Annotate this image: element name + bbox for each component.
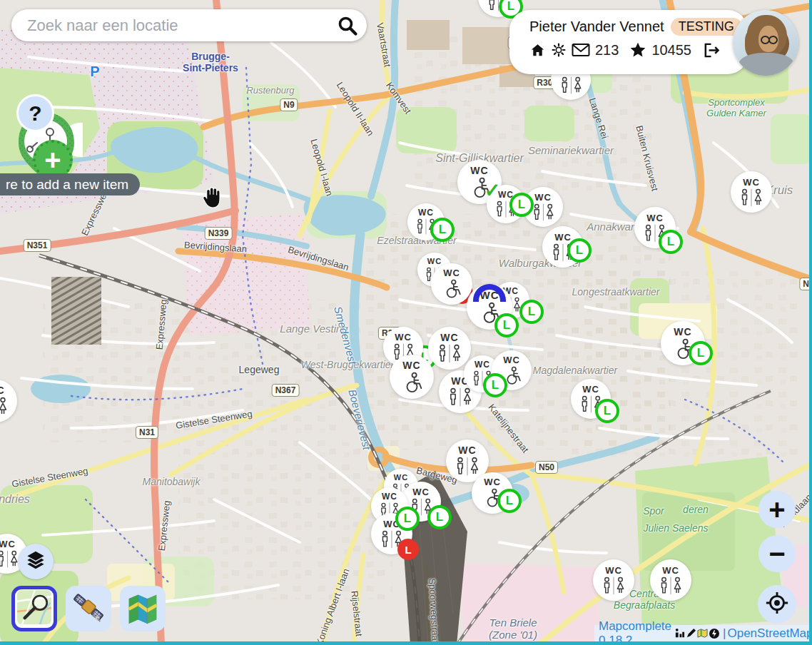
- toilets-icon: [641, 224, 669, 243]
- wc-marker[interactable]: WC: [371, 513, 412, 554]
- messages-envelope-icon[interactable]: [572, 43, 590, 57]
- wc-label: WC: [605, 566, 622, 575]
- zoom-out-button[interactable]: −: [758, 535, 796, 572]
- toilets-icon: [493, 200, 519, 218]
- edit-pencil-icon[interactable]: [686, 628, 696, 639]
- wc-label: WC: [402, 360, 420, 370]
- wc-marker[interactable]: WC: [407, 203, 445, 240]
- toilets-icon: [470, 370, 494, 387]
- background-layer-picker: [11, 586, 166, 631]
- attribution-disc-icon[interactable]: [709, 628, 720, 639]
- mapcomplete-app: Brugge- Sint-PietersRustenburgSint-Gilli…: [0, 0, 812, 645]
- wc-label: WC: [0, 385, 5, 395]
- wc-marker[interactable]: WC: [542, 226, 584, 268]
- search-icon[interactable]: [337, 15, 358, 36]
- wc-label: WC: [662, 566, 679, 575]
- wc-label: WC: [458, 445, 476, 455]
- wc-marker[interactable]: WC: [634, 207, 676, 248]
- toilets-icon: [435, 344, 464, 363]
- wheelchair-icon: [400, 372, 425, 394]
- geolocate-button[interactable]: [758, 585, 796, 624]
- user-panel: Pieter Vander Vennet TESTING: [509, 10, 748, 74]
- wc-marker[interactable]: WC: [390, 355, 434, 399]
- wc-label: WC: [383, 519, 400, 529]
- wc-marker[interactable]: WC: [523, 187, 563, 227]
- layers-button[interactable]: [18, 544, 54, 579]
- toilets-icon: [408, 498, 435, 516]
- toilets-icon: [378, 530, 405, 549]
- wc-label: WC: [534, 193, 552, 202]
- wc-label: WC: [582, 385, 599, 394]
- wheelchair-icon: [501, 366, 523, 385]
- wc-label: WC: [382, 492, 397, 501]
- add-item-tooltip: re to add a new item: [0, 173, 140, 195]
- plus-glyph: +: [768, 494, 785, 526]
- help-label: ?: [29, 101, 41, 126]
- wc-label: WC: [395, 332, 412, 342]
- layer-option-satellite[interactable]: [66, 586, 111, 631]
- settings-gear-icon[interactable]: [551, 42, 567, 58]
- toilets-icon: [414, 218, 438, 235]
- folded-map-icon: [125, 589, 161, 628]
- search-input[interactable]: [26, 16, 337, 36]
- testing-badge: TESTING: [671, 18, 742, 36]
- satellite-icon: [70, 589, 107, 629]
- wc-label: WC: [427, 258, 442, 265]
- wc-label: WC: [0, 539, 16, 549]
- attribution-bar: Mapcomplete 0.18.2 | OpenStreetMap: [594, 625, 809, 641]
- changesets-star-icon[interactable]: [629, 41, 646, 59]
- wc-label: WC: [412, 487, 430, 497]
- layers-icon: [24, 549, 47, 574]
- toilets-icon: [485, 0, 512, 11]
- right-edge-bar: [809, 0, 812, 645]
- wc-label: WC: [470, 166, 488, 176]
- wheelchair-icon: [671, 338, 696, 360]
- user-name: Pieter Vander Vennet: [529, 19, 664, 35]
- wc-label: WC: [440, 332, 458, 342]
- openstreetmap-link[interactable]: OpenStreetMap: [727, 626, 812, 641]
- wheelchair-icon: [440, 279, 463, 299]
- home-icon[interactable]: [529, 42, 546, 59]
- wc-label: WC: [674, 327, 691, 337]
- zoom-in-button[interactable]: +: [758, 491, 796, 528]
- help-button[interactable]: ?: [16, 94, 54, 132]
- wc-marker[interactable]: WC: [428, 327, 471, 370]
- wc-label: WC: [443, 268, 460, 278]
- wc-marker[interactable]: WC: [650, 559, 691, 601]
- wc-marker[interactable]: WC: [731, 171, 772, 213]
- minus-glyph: −: [768, 538, 785, 570]
- toilets-icon: [578, 395, 604, 413]
- toilets-icon: [446, 387, 474, 407]
- toilets-icon: [0, 397, 10, 416]
- wc-marker[interactable]: WC: [661, 321, 705, 365]
- wc-label: WC: [498, 191, 514, 199]
- user-avatar[interactable]: [733, 10, 798, 76]
- wc-marker[interactable]: WC: [571, 379, 611, 419]
- avatar-glasses: [760, 36, 778, 43]
- attribution-icons: [674, 628, 720, 639]
- layer-option-topo-map[interactable]: [120, 586, 166, 631]
- wc-marker[interactable]: WC: [472, 472, 513, 514]
- toilets-icon: [738, 188, 765, 207]
- wheelchair-icon: [477, 302, 502, 325]
- wc-label: WC: [743, 178, 760, 187]
- toilets-icon: [453, 457, 482, 476]
- layer-option-osm-carto[interactable]: [11, 586, 57, 631]
- wc-marker[interactable]: WC: [593, 559, 634, 601]
- wc-marker[interactable]: WC: [492, 350, 532, 390]
- wc-marker[interactable]: WC: [431, 263, 472, 305]
- toilets-icon: [530, 203, 557, 221]
- wc-label: WC: [503, 355, 520, 365]
- changesets-count: 10455: [651, 42, 691, 59]
- toilets-icon: [549, 243, 577, 262]
- toilets-icon: [657, 577, 684, 595]
- messages-count: 213: [595, 42, 619, 59]
- logout-icon[interactable]: [702, 42, 720, 59]
- statistics-icon[interactable]: [674, 628, 685, 639]
- crosshair-target-icon: [765, 591, 789, 618]
- wc-label: WC: [418, 208, 434, 217]
- theme-map-icon[interactable]: [697, 628, 708, 639]
- wc-label: WC: [484, 477, 501, 487]
- wc-label: WC: [474, 360, 490, 369]
- wc-marker[interactable]: WC: [487, 185, 525, 223]
